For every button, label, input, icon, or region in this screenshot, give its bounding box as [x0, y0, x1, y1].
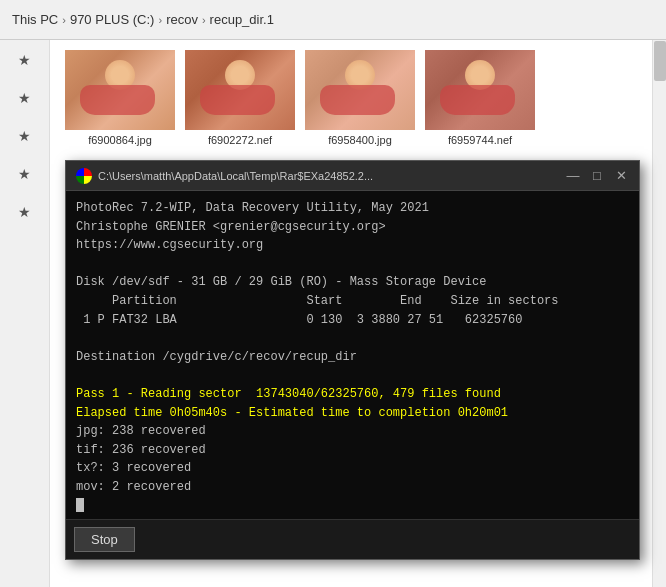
terminal-line-14: tx?: 3 recovered — [76, 459, 629, 478]
terminal-close-button[interactable]: ✕ — [613, 168, 629, 184]
terminal-window: C:\Users\matth\AppData\Local\Temp\Rar$EX… — [65, 160, 640, 560]
breadcrumb-sep-2: › — [158, 14, 162, 26]
sidebar-icon-4[interactable]: ★ — [15, 164, 35, 184]
terminal-footer: Stop — [66, 519, 639, 559]
terminal-line-15: mov: 2 recovered — [76, 478, 629, 497]
terminal-titlebar: C:\Users\matth\AppData\Local\Temp\Rar$EX… — [66, 161, 639, 191]
sidebar-icon-1[interactable]: ★ — [15, 50, 35, 70]
terminal-line-2: https://www.cgsecurity.org — [76, 236, 629, 255]
thumbnail-label-1: f6902272.nef — [208, 134, 272, 146]
terminal-minimize-button[interactable]: — — [565, 168, 581, 184]
baby-photo-2 — [305, 50, 415, 130]
thumbnail-img-0 — [65, 50, 175, 130]
thumbnail-item-2[interactable]: f6958400.jpg — [305, 50, 415, 146]
breadcrumb-sep-3: › — [202, 14, 206, 26]
thumbnail-img-3 — [425, 50, 535, 130]
thumbnail-item-3[interactable]: f6959744.nef — [425, 50, 535, 146]
terminal-line-5: Partition Start End Size in sectors — [76, 292, 629, 311]
explorer-titlebar: This PC › 970 PLUS (C:) › recov › recup_… — [0, 0, 666, 40]
terminal-line-12: jpg: 238 recovered — [76, 422, 629, 441]
thumbnail-item-1[interactable]: f6902272.nef — [185, 50, 295, 146]
breadcrumb-recov[interactable]: recov — [166, 12, 198, 27]
terminal-line-4: Disk /dev/sdf - 31 GB / 29 GiB (RO) - Ma… — [76, 273, 629, 292]
breadcrumb-this-pc[interactable]: This PC — [12, 12, 58, 27]
thumbnail-img-2 — [305, 50, 415, 130]
terminal-line-11: Elapsed time 0h05m40s - Estimated time t… — [76, 404, 629, 423]
scrollbar-thumb[interactable] — [654, 41, 666, 81]
terminal-app-icon — [76, 168, 92, 184]
terminal-controls: — □ ✕ — [565, 168, 629, 184]
terminal-cursor — [76, 498, 84, 512]
terminal-title-left: C:\Users\matth\AppData\Local\Temp\Rar$EX… — [76, 168, 373, 184]
terminal-line-3 — [76, 255, 629, 274]
terminal-line-10: Pass 1 - Reading sector 13743040/6232576… — [76, 385, 629, 404]
stop-button[interactable]: Stop — [74, 527, 135, 552]
terminal-line-0: PhotoRec 7.2-WIP, Data Recovery Utility,… — [76, 199, 629, 218]
breadcrumb: This PC › 970 PLUS (C:) › recov › recup_… — [12, 12, 274, 27]
thumbnail-label-2: f6958400.jpg — [328, 134, 392, 146]
baby-photo-3 — [425, 50, 535, 130]
breadcrumb-sep-1: › — [62, 14, 66, 26]
terminal-body: PhotoRec 7.2-WIP, Data Recovery Utility,… — [66, 191, 639, 519]
thumbnail-label-0: f6900864.jpg — [88, 134, 152, 146]
terminal-line-1: Christophe GRENIER <grenier@cgsecurity.o… — [76, 218, 629, 237]
terminal-line-13: tif: 236 recovered — [76, 441, 629, 460]
thumbnails-area: f6900864.jpg f6902272.nef f6958400.jpg f… — [50, 40, 666, 156]
sidebar-icon-5[interactable]: ★ — [15, 202, 35, 222]
breadcrumb-recup-dir[interactable]: recup_dir.1 — [210, 12, 274, 27]
terminal-title-text: C:\Users\matth\AppData\Local\Temp\Rar$EX… — [98, 170, 373, 182]
terminal-line-8: Destination /cygdrive/c/recov/recup_dir — [76, 348, 629, 367]
sidebar-icon-3[interactable]: ★ — [15, 126, 35, 146]
terminal-line-9 — [76, 366, 629, 385]
terminal-maximize-button[interactable]: □ — [589, 168, 605, 184]
thumbnail-item-0[interactable]: f6900864.jpg — [65, 50, 175, 146]
baby-photo-0 — [65, 50, 175, 130]
scrollbar-track[interactable] — [652, 40, 666, 587]
terminal-line-6: 1 P FAT32 LBA 0 130 3 3880 27 51 6232576… — [76, 311, 629, 330]
explorer-sidebar: ★ ★ ★ ★ ★ — [0, 40, 50, 587]
sidebar-icon-2[interactable]: ★ — [15, 88, 35, 108]
terminal-cursor-line — [76, 497, 629, 516]
thumbnail-img-1 — [185, 50, 295, 130]
terminal-line-7 — [76, 329, 629, 348]
baby-photo-1 — [185, 50, 295, 130]
thumbnail-label-3: f6959744.nef — [448, 134, 512, 146]
breadcrumb-drive[interactable]: 970 PLUS (C:) — [70, 12, 155, 27]
